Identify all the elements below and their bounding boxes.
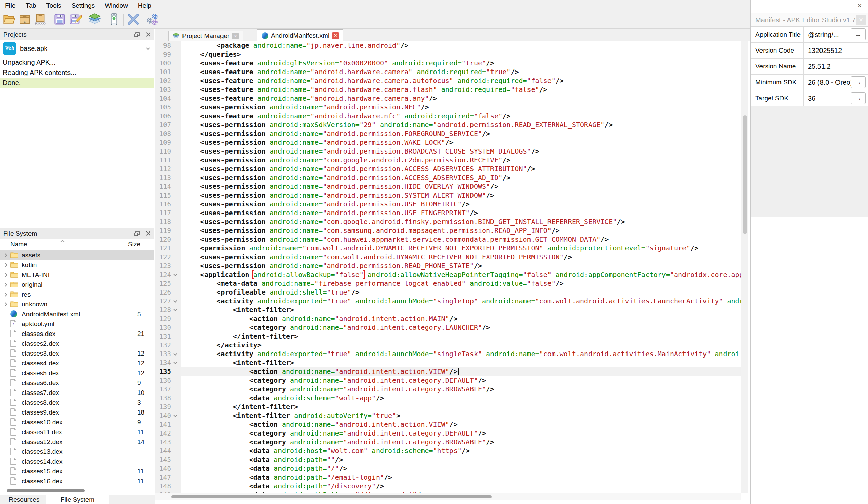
close-panel-icon[interactable]: [144, 31, 152, 38]
open-apk-button[interactable]: [1, 12, 17, 28]
menu-item-tools[interactable]: Tools: [41, 0, 66, 11]
expand-chevron-icon[interactable]: [3, 253, 7, 257]
line-number: 115: [155, 191, 171, 200]
tree-file-classes16.dex[interactable]: classes16.dex11: [0, 476, 154, 486]
expand-chevron-icon[interactable]: [3, 293, 7, 296]
open-resource-button[interactable]: →: [851, 76, 866, 88]
pack-apk-button[interactable]: tt: [17, 12, 33, 28]
tree-file-classes9.dex[interactable]: classes9.dex18: [0, 407, 154, 417]
editor-vertical-scrollbar[interactable]: [741, 41, 748, 493]
tree-file-classes7.dex[interactable]: classes7.dex10: [0, 388, 154, 398]
code-line-129: 129 <action android:name="android.intent…: [155, 314, 741, 323]
code-text: <uses-feature android:name="android.hard…: [181, 76, 741, 85]
tree-file-classes13.dex[interactable]: classes13.dex: [0, 447, 154, 456]
field-value[interactable]: 132025512: [808, 43, 842, 58]
tree-file-classes3.dex[interactable]: classes3.dex12: [0, 348, 154, 358]
tree-file-classes14.dex[interactable]: classes14.dex: [0, 456, 154, 466]
file-size: 21: [137, 330, 154, 338]
tree-file-classes11.dex[interactable]: classes11.dex11: [0, 427, 154, 437]
tree-folder-META-INF[interactable]: META-INF: [0, 270, 154, 280]
menu-item-tab[interactable]: Tab: [21, 0, 41, 11]
tree-file-apktool.yml[interactable]: !apktool.yml: [0, 319, 154, 329]
fold-gutter: [171, 164, 181, 173]
dock-tab-resources[interactable]: Resources: [2, 495, 46, 504]
tree-folder-kotlin[interactable]: kotlin: [0, 260, 154, 270]
tree-folder-assets[interactable]: assets: [0, 250, 154, 260]
menu-item-window[interactable]: Window: [100, 0, 133, 11]
expand-chevron-icon[interactable]: [3, 302, 7, 306]
device-manager-button[interactable]: [106, 12, 122, 28]
open-resource-button[interactable]: →: [851, 92, 866, 104]
tree-file-classes.dex[interactable]: classes.dex21: [0, 329, 154, 339]
tree-file-classes12.dex[interactable]: classes12.dex14: [0, 437, 154, 447]
file-name: classes11.dex: [22, 428, 62, 436]
close-tab-icon[interactable]: ✕: [332, 32, 339, 39]
close-dock-icon[interactable]: ✕: [856, 15, 866, 25]
field-value[interactable]: 25.51.2: [808, 59, 831, 74]
float-panel-icon[interactable]: [133, 31, 142, 38]
tree-folder-res[interactable]: res: [0, 290, 154, 299]
tree-file-classes8.dex[interactable]: classes8.dex3: [0, 398, 154, 407]
unpack-apk-button[interactable]: [33, 12, 48, 28]
fold-gutter[interactable]: [171, 296, 181, 305]
tree-file-AndroidManifest.xml[interactable]: AndroidManifest.xml5: [0, 309, 154, 319]
tree-file-classes6.dex[interactable]: classes6.dex9: [0, 378, 154, 388]
scrollbar-thumb[interactable]: [7, 490, 85, 492]
line-number: 132: [155, 340, 171, 349]
close-tab-icon[interactable]: ✕: [232, 33, 239, 39]
fold-gutter[interactable]: [171, 358, 181, 367]
line-number: 137: [155, 385, 171, 393]
open-resource-button[interactable]: →: [851, 29, 866, 40]
line-number: 113: [155, 173, 171, 182]
code-editor[interactable]: 98 <package android:name="jp.naver.line.…: [155, 41, 741, 493]
editor-tab-androidmanifest-xml[interactable]: AndroidManifest.xml✕: [257, 30, 343, 41]
field-label: Application Title: [755, 27, 803, 42]
save-button[interactable]: [52, 12, 68, 28]
save-as-button[interactable]: [68, 12, 83, 28]
file-tree-column-header[interactable]: Name Size: [0, 239, 154, 250]
menu-item-help[interactable]: Help: [133, 0, 156, 11]
apk-project-item[interactable]: Wolt base.apk: [0, 40, 154, 57]
scrollbar-thumb[interactable]: [171, 495, 492, 498]
tree-file-classes5.dex[interactable]: classes5.dex12: [0, 368, 154, 378]
float-panel-icon[interactable]: [133, 230, 142, 237]
settings-button[interactable]: [145, 12, 161, 28]
column-size[interactable]: Size: [128, 241, 141, 248]
fold-gutter[interactable]: [171, 270, 181, 279]
file-name: classes.dex: [22, 330, 55, 338]
expand-chevron-icon[interactable]: [3, 283, 7, 286]
field-value[interactable]: 26 (8.0 - Oreo): [808, 75, 852, 90]
apk-editor-studio-window: FileTabToolsSettingsWindowHelp tt Projec…: [0, 0, 868, 504]
tree-file-classes4.dex[interactable]: classes4.dex12: [0, 358, 154, 368]
fold-gutter[interactable]: [171, 305, 181, 314]
editor-tab-project-manager[interactable]: Project Manager✕: [168, 31, 243, 41]
field-value[interactable]: 36: [808, 91, 815, 106]
toolbar-separator: [123, 13, 124, 27]
code-text: <meta-data android:name="firebase_perfor…: [181, 279, 741, 288]
tree-file-classes2.dex[interactable]: classes2.dex: [0, 339, 154, 348]
column-divider[interactable]: [125, 239, 125, 250]
menu-item-file[interactable]: File: [0, 0, 21, 11]
dock-tab-file-system[interactable]: File System: [46, 495, 109, 504]
expand-chevron-icon[interactable]: [3, 273, 7, 276]
tree-file-classes10.dex[interactable]: classes10.dex9: [0, 417, 154, 427]
window-close-icon[interactable]: ✕: [855, 1, 864, 10]
editor-horizontal-scrollbar[interactable]: [155, 493, 741, 500]
file-name: AndroidManifest.xml: [22, 311, 80, 318]
menu-item-settings[interactable]: Settings: [66, 0, 100, 11]
fold-gutter[interactable]: [171, 411, 181, 420]
fold-gutter: [171, 138, 181, 147]
close-panel-icon[interactable]: [144, 230, 152, 237]
code-text: <action android:name="android.intent.act…: [181, 314, 741, 323]
tree-folder-unknown[interactable]: unknown: [0, 299, 154, 309]
tree-folder-original[interactable]: original: [0, 280, 154, 290]
file-tree-horizontal-scrollbar[interactable]: [1, 487, 153, 494]
fold-gutter[interactable]: [171, 349, 181, 358]
column-name[interactable]: Name: [10, 241, 28, 248]
field-value[interactable]: @string/...: [808, 27, 839, 42]
tree-file-classes15.dex[interactable]: classes15.dex11: [0, 466, 154, 476]
close-apk-button[interactable]: [125, 12, 141, 28]
expand-chevron-icon[interactable]: [3, 263, 7, 267]
project-manager-button[interactable]: [87, 12, 102, 28]
scrollbar-thumb[interactable]: [743, 115, 747, 234]
